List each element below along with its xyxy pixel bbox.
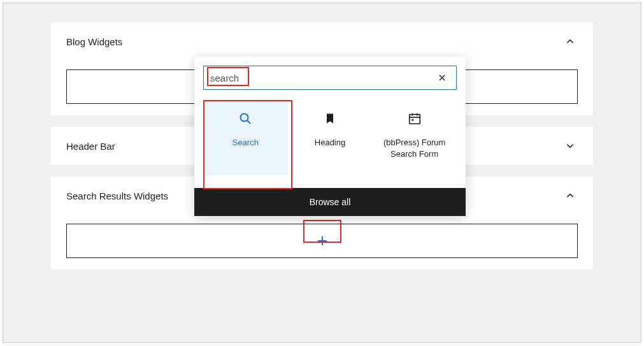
widgets-editor: Blog Widgets Header Bar Search Results W… (3, 3, 641, 343)
search-results-dropzone[interactable] (66, 224, 578, 258)
panel-header-blog-widgets[interactable]: Blog Widgets (66, 34, 578, 49)
panel-title: Search Results Widgets (66, 191, 168, 201)
add-block-button[interactable] (315, 233, 330, 249)
clear-search-button[interactable] (434, 71, 450, 84)
browse-all-button[interactable]: Browse all (194, 188, 466, 216)
block-label: (bbPress) Forum Search Form (376, 137, 453, 160)
block-inserter-popover: Search Heading (bbPress) Forum Search Fo… (194, 57, 466, 216)
chevron-up-icon[interactable] (562, 188, 578, 203)
block-search-field (203, 66, 457, 90)
block-label: Search (233, 137, 259, 148)
chevron-down-icon[interactable] (562, 138, 578, 154)
svg-line-5 (247, 120, 250, 124)
block-item-search[interactable]: Search (203, 99, 288, 175)
block-item-heading[interactable]: Heading (288, 99, 373, 175)
svg-rect-6 (409, 115, 420, 124)
block-label: Heading (315, 137, 345, 148)
bookmark-icon (322, 110, 338, 127)
panel-title: Blog Widgets (66, 36, 122, 47)
search-input[interactable] (210, 73, 434, 83)
block-search-wrap (194, 57, 466, 99)
chevron-up-icon[interactable] (562, 34, 578, 49)
svg-point-4 (241, 114, 248, 122)
calendar-icon (406, 110, 423, 127)
search-icon (237, 110, 254, 127)
panel-title: Header Bar (66, 141, 115, 152)
block-item-bbpress-forum-search[interactable]: (bbPress) Forum Search Form (372, 99, 457, 175)
block-results-grid: Search Heading (bbPress) Forum Search Fo… (194, 99, 466, 188)
svg-rect-10 (411, 119, 413, 121)
